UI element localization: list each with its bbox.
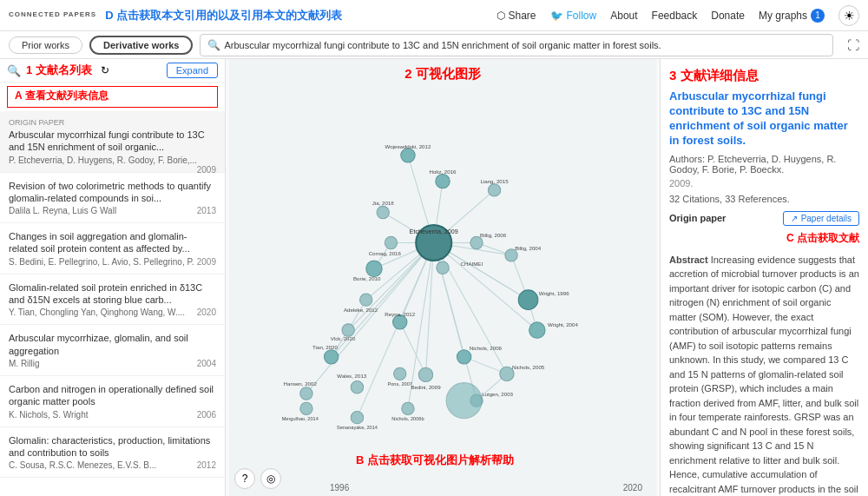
svg-point-57: [518, 290, 538, 310]
svg-point-47: [437, 261, 449, 274]
svg-text:Mergulhao, 2014: Mergulhao, 2014: [282, 416, 319, 421]
svg-text:Vlck, 2020: Vlck, 2020: [331, 335, 356, 341]
left-panel-header: 🔍 1 文献名列表 ↻ Expand: [0, 59, 225, 83]
svg-point-55: [393, 315, 407, 329]
search-icon: 🔍: [207, 39, 220, 51]
svg-text:Cornag, 2016: Cornag, 2016: [369, 250, 402, 256]
svg-point-59: [529, 322, 545, 338]
svg-text:Adeleke, 2012: Adeleke, 2012: [344, 307, 378, 313]
svg-text:Borie, 2010: Borie, 2010: [353, 275, 381, 281]
svg-text:Senanayake, 2014: Senanayake, 2014: [337, 425, 378, 430]
paper-title: Arbuscular mycorrhizal fungi contribute …: [9, 129, 216, 154]
detail-abstract: Abstract Increasing evidence suggests th…: [669, 253, 859, 496]
tabs-row: Prior works Derivative works 🔍 ⛶: [0, 31, 868, 59]
paper-authors: P. Etcheverria, D. Huygens, R. Godoy, F.…: [9, 155, 216, 165]
timeline-end: 2020: [623, 483, 642, 493]
list-item[interactable]: Glomalin-related soil protein enriched i…: [0, 274, 225, 326]
svg-point-35: [436, 174, 450, 188]
annotation-A-label: A 查看文献列表信息: [7, 86, 218, 108]
svg-text:Hansen, 2002: Hansen, 2002: [284, 380, 318, 387]
svg-point-53: [342, 324, 354, 336]
svg-point-65: [418, 367, 432, 381]
svg-text:Etcheverria, 2009: Etcheverria, 2009: [410, 228, 458, 235]
search-list-icon: 🔍: [7, 64, 21, 77]
svg-point-33: [401, 149, 415, 162]
fullscreen-button[interactable]: ⛶: [847, 38, 859, 52]
search-bar[interactable]: 🔍: [200, 34, 833, 56]
svg-point-73: [394, 367, 406, 380]
svg-text:Holtz, 2016: Holtz, 2016: [429, 169, 457, 175]
annotation-C: C 点击获取文献: [669, 231, 859, 246]
svg-point-69: [351, 381, 363, 393]
svg-text:Wright, 1996: Wright, 1996: [539, 290, 569, 296]
timeline: 1996 2020: [330, 483, 642, 493]
paper-item-origin[interactable]: Origin paper Arbuscular mycorrhizal fung…: [0, 111, 225, 173]
svg-text:Nichols, 2006b: Nichols, 2006b: [391, 416, 424, 421]
detail-year: 2009.: [669, 178, 859, 188]
svg-point-63: [457, 350, 470, 364]
svg-point-41: [385, 236, 397, 248]
header-nav: ⬡ Share 🐦 Follow About Feedback Donate M…: [496, 5, 859, 26]
focus-button[interactable]: ◎: [260, 468, 281, 489]
logo: CONNECTED PAPERS: [9, 11, 96, 19]
twitter-icon: 🐦: [550, 10, 563, 22]
my-graphs-badge: 1: [811, 9, 825, 23]
list-item[interactable]: Revision of two colorimetric methods to …: [0, 173, 225, 224]
search-input[interactable]: [224, 40, 825, 50]
svg-point-71: [300, 387, 312, 400]
svg-text:Pons, 2007: Pons, 2007: [387, 381, 411, 387]
svg-text:Billig, 2004: Billig, 2004: [515, 245, 542, 251]
logo-line1: CONNECTED PAPERS: [9, 11, 96, 19]
origin-row: Origin paper ↗ Paper details: [669, 211, 859, 226]
svg-point-37: [488, 184, 500, 196]
settings-button[interactable]: ☀: [838, 5, 859, 26]
svg-text:Jia, 2018: Jia, 2018: [372, 200, 395, 206]
center-panel[interactable]: 2 可视化图形: [226, 59, 660, 496]
prior-works-tab[interactable]: Prior works: [9, 36, 82, 54]
svg-point-39: [377, 206, 389, 218]
svg-point-79: [351, 411, 363, 423]
about-link[interactable]: About: [610, 10, 637, 22]
detail-authors: Authors: P. Etcheverria, D. Huygens, R. …: [669, 154, 859, 175]
graph-svg[interactable]: Etcheverria, 2009 Wojeswddski, 2012 Holt…: [226, 59, 660, 496]
abstract-text: Increasing evidence suggests that accret…: [669, 255, 859, 496]
expand-button[interactable]: Expand: [167, 63, 218, 78]
svg-point-51: [505, 249, 517, 261]
svg-point-49: [470, 236, 483, 248]
svg-text:CHAIMEI: CHAIMEI: [461, 261, 483, 267]
feedback-link[interactable]: Feedback: [652, 10, 698, 22]
refresh-icon: ↻: [101, 64, 109, 76]
main-layout: 🔍 1 文献名列表 ↻ Expand A 查看文献列表信息 Origin pap…: [0, 59, 868, 496]
svg-text:Tian, 2020: Tian, 2020: [312, 344, 338, 350]
my-graphs-button[interactable]: My graphs 1: [759, 9, 825, 23]
list-item[interactable]: Arbuscular mycorrhizae, glomalin, and so…: [0, 325, 225, 376]
svg-text:Wojeswddski, 2012: Wojeswddski, 2012: [385, 143, 431, 149]
timeline-start: 1996: [330, 483, 349, 493]
annotation-3: 3 文献详细信息: [669, 68, 859, 84]
left-panel: 🔍 1 文献名列表 ↻ Expand A 查看文献列表信息 Origin pap…: [0, 59, 226, 496]
share-button[interactable]: ⬡ Share: [496, 10, 536, 22]
svg-point-83: [446, 383, 482, 419]
svg-text:Liang, 2015: Liang, 2015: [480, 178, 509, 184]
svg-text:Reyna, 2012: Reyna, 2012: [385, 311, 415, 317]
svg-point-81: [402, 402, 414, 414]
help-button[interactable]: ?: [234, 468, 255, 489]
svg-text:Nichols, 2006: Nichols, 2006: [470, 345, 503, 351]
list-item[interactable]: Carbon and nitrogen in operationally def…: [0, 376, 225, 427]
svg-point-61: [324, 350, 338, 364]
donate-link[interactable]: Donate: [711, 10, 745, 22]
paper-details-button[interactable]: ↗ Paper details: [783, 211, 859, 226]
detail-citations: 32 Citations, 33 References.: [669, 194, 859, 204]
derivative-works-tab[interactable]: Derivative works: [89, 36, 193, 55]
detail-title: Arbuscular mycorrhizal fungi contribute …: [669, 89, 859, 149]
header: CONNECTED PAPERS D 点击获取本文引用的以及引用本文的文献列表 …: [0, 0, 868, 31]
follow-button[interactable]: 🐦 Follow: [550, 10, 597, 22]
svg-point-45: [360, 294, 372, 306]
sun-icon: ☀: [844, 9, 855, 23]
svg-text:Wright, 2004: Wright, 2004: [548, 321, 578, 327]
external-link-icon: ↗: [791, 214, 798, 223]
page-title: D 点击获取本文引用的以及引用本文的文献列表: [105, 8, 496, 23]
list-item[interactable]: Glomalin: characteristics, production, l…: [0, 427, 225, 479]
list-item[interactable]: Changes in soil aggregation and glomalin…: [0, 223, 225, 274]
svg-text:Billig, 2006: Billig, 2006: [480, 232, 507, 238]
